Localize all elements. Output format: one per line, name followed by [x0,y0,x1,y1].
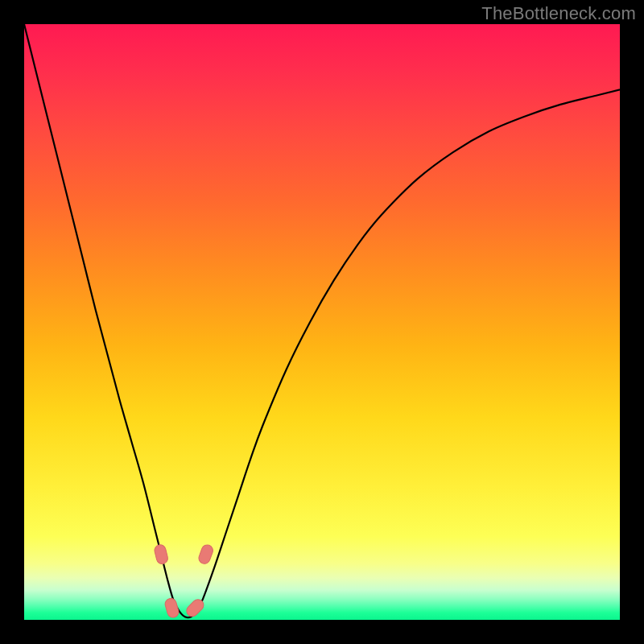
chart-frame: TheBottleneck.com [0,0,644,644]
curve-marker [153,543,168,565]
curve-layer [24,24,620,620]
bottleneck-curve [24,24,620,617]
curve-marker [197,543,214,565]
svg-rect-0 [153,543,168,565]
watermark-text: TheBottleneck.com [481,3,636,24]
curve-marker [163,597,180,619]
svg-rect-1 [163,597,180,619]
plot-area [24,24,620,620]
svg-rect-3 [197,543,214,565]
marker-group [153,543,214,619]
